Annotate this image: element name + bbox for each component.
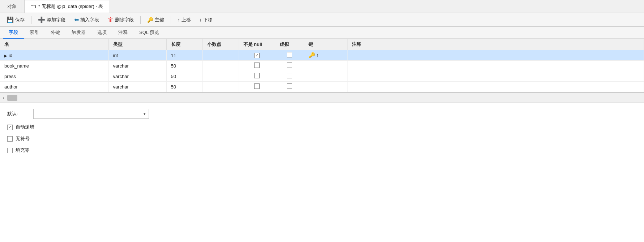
- title-bar: 对象 🗃 * 无标题 @jd_data (spider) - 表: [0, 0, 644, 13]
- field-notnull-cell[interactable]: [239, 82, 275, 92]
- field-notnull-cell[interactable]: [239, 71, 275, 82]
- field-length-cell[interactable]: 50: [166, 82, 202, 92]
- tab-comment[interactable]: 注释: [112, 27, 133, 39]
- field-key-cell: [304, 71, 347, 82]
- field-comment-cell[interactable]: [347, 71, 644, 82]
- field-decimals-cell: [202, 61, 239, 71]
- col-header-length: 长度: [166, 39, 202, 50]
- virtual-checkbox[interactable]: [287, 83, 292, 89]
- field-length-cell[interactable]: 50: [166, 71, 202, 82]
- zerofill-checkbox[interactable]: [7, 148, 13, 153]
- tab-title: * 无标题 @jd_data (spider) - 表: [38, 3, 103, 10]
- key-icon: 🔑: [147, 17, 153, 23]
- col-header-type: 类型: [108, 39, 166, 50]
- add-field-button[interactable]: ➕ 添加字段: [34, 15, 69, 24]
- auto-increment-row: 自动递增: [7, 124, 637, 130]
- scroll-thumb[interactable]: [7, 95, 17, 101]
- field-key-cell: 🔑 1: [304, 50, 347, 61]
- field-comment-cell[interactable]: [347, 50, 644, 61]
- add-field-icon: ➕: [38, 16, 45, 23]
- default-select[interactable]: ▾: [33, 109, 149, 119]
- field-length-cell[interactable]: 11: [166, 50, 202, 61]
- notnull-checkbox[interactable]: [254, 73, 260, 78]
- virtual-checkbox[interactable]: [287, 73, 292, 78]
- sidebar-label: 对象: [3, 0, 21, 13]
- field-comment-cell[interactable]: [347, 61, 644, 71]
- key-icon: 🔑: [308, 52, 315, 58]
- field-comment-cell[interactable]: [347, 82, 644, 92]
- notnull-checkbox[interactable]: [254, 53, 260, 58]
- field-decimals-cell: [202, 71, 239, 82]
- col-header-key: 键: [304, 39, 347, 50]
- field-virtual-cell[interactable]: [275, 61, 304, 71]
- main-area: 名 类型 长度 小数点 不是 null 虚拟 键 注释 ▶idint11🔑 1b…: [0, 39, 644, 242]
- virtual-checkbox[interactable]: [287, 52, 292, 57]
- default-row: 默认: ▾: [7, 109, 637, 119]
- field-type-cell[interactable]: varchar: [108, 82, 166, 92]
- move-up-button[interactable]: ↑ 上移: [174, 16, 195, 24]
- notnull-checkbox[interactable]: [254, 83, 260, 89]
- field-name-cell[interactable]: author: [0, 82, 108, 92]
- auto-increment-label: 自动递增: [16, 124, 34, 130]
- field-key-cell: [304, 61, 347, 71]
- table-row[interactable]: ▶idint11🔑 1: [0, 50, 644, 61]
- toolbar-separator-2: [140, 16, 141, 24]
- field-virtual-cell[interactable]: [275, 50, 304, 61]
- field-key-cell: [304, 82, 347, 92]
- save-button[interactable]: 💾 保存: [3, 15, 28, 24]
- table-row[interactable]: pressvarchar50: [0, 71, 644, 82]
- field-name-cell[interactable]: ▶id: [0, 50, 108, 61]
- unsigned-checkbox[interactable]: [7, 136, 13, 142]
- field-virtual-cell[interactable]: [275, 71, 304, 82]
- move-up-icon: ↑: [178, 17, 180, 22]
- notnull-checkbox[interactable]: [254, 62, 260, 68]
- fields-table-section: 名 类型 长度 小数点 不是 null 虚拟 键 注释 ▶idint11🔑 1b…: [0, 39, 644, 93]
- unsigned-label: 无符号: [16, 135, 30, 142]
- fields-table: 名 类型 长度 小数点 不是 null 虚拟 键 注释 ▶idint11🔑 1b…: [0, 39, 644, 92]
- chevron-down-icon: ▾: [144, 112, 146, 116]
- table-row[interactable]: book_namevarchar50: [0, 61, 644, 71]
- table-header-row: 名 类型 长度 小数点 不是 null 虚拟 键 注释: [0, 39, 644, 50]
- insert-field-button[interactable]: ⬅ 插入字段: [71, 15, 103, 24]
- save-icon: 💾: [7, 16, 14, 23]
- tab-fields[interactable]: 字段: [3, 27, 24, 39]
- move-down-button[interactable]: ↓ 下移: [196, 16, 217, 24]
- unsigned-row: 无符号: [7, 135, 637, 142]
- tabs-row: 字段 索引 外键 触发器 选项 注释 SQL 预览: [0, 27, 644, 39]
- field-notnull-cell[interactable]: [239, 50, 275, 61]
- field-length-cell[interactable]: 50: [166, 61, 202, 71]
- row-indicator: ▶: [4, 54, 7, 58]
- field-type-cell[interactable]: varchar: [108, 71, 166, 82]
- insert-field-icon: ⬅: [74, 16, 79, 23]
- field-name-cell[interactable]: book_name: [0, 61, 108, 71]
- field-name-cell[interactable]: press: [0, 71, 108, 82]
- field-type-cell[interactable]: varchar: [108, 61, 166, 71]
- auto-increment-checkbox[interactable]: [7, 125, 13, 130]
- delete-field-icon: 🗑: [108, 17, 114, 23]
- col-header-decimals: 小数点: [202, 39, 239, 50]
- zerofill-label: 填充零: [16, 147, 30, 154]
- virtual-checkbox[interactable]: [287, 62, 292, 68]
- tab-triggers[interactable]: 触发器: [66, 27, 91, 39]
- scroll-left-btn[interactable]: ‹: [1, 95, 6, 101]
- col-header-notnull: 不是 null: [239, 39, 275, 50]
- field-notnull-cell[interactable]: [239, 61, 275, 71]
- tab-sqlpreview[interactable]: SQL 预览: [133, 27, 165, 39]
- table-row[interactable]: authorvarchar50: [0, 82, 644, 92]
- col-header-comment: 注释: [347, 39, 644, 50]
- default-label: 默认:: [7, 111, 29, 117]
- tab-fk[interactable]: 外键: [45, 27, 66, 39]
- delete-field-button[interactable]: 🗑 删除字段: [104, 16, 137, 24]
- tab-indexes[interactable]: 索引: [24, 27, 45, 39]
- field-virtual-cell[interactable]: [275, 82, 304, 92]
- toolbar: 💾 保存 ➕ 添加字段 ⬅ 插入字段 🗑 删除字段 🔑 主键 ↑ 上移 ↓ 下移: [0, 13, 644, 27]
- toolbar-separator: [31, 16, 31, 24]
- field-type-cell[interactable]: int: [108, 50, 166, 61]
- field-decimals-cell: [202, 82, 239, 92]
- move-down-icon: ↓: [200, 17, 202, 22]
- title-tab[interactable]: 🗃 * 无标题 @jd_data (spider) - 表: [24, 0, 109, 13]
- table-icon: 🗃: [30, 3, 36, 10]
- tab-options[interactable]: 选项: [91, 27, 112, 39]
- primary-key-button[interactable]: 🔑 主键: [144, 16, 168, 24]
- field-decimals-cell: [202, 50, 239, 61]
